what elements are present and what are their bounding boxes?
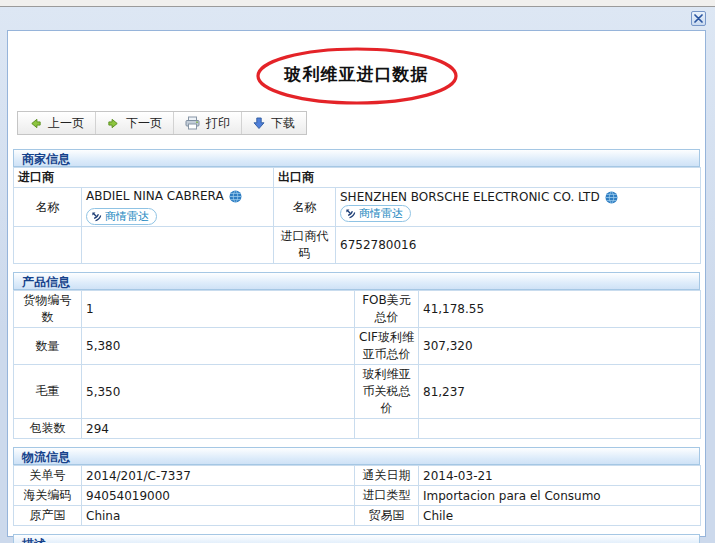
page-background-strip (0, 0, 715, 7)
table-row: 海关编码 94054019000 进口类型 Importacion para e… (14, 486, 701, 506)
logistics-section-header: 物流信息 (13, 447, 700, 465)
globe-icon[interactable] (605, 191, 618, 204)
print-button[interactable]: 打印 (174, 112, 242, 134)
field-label: 关单号 (14, 466, 82, 486)
importer-code-label: 进口商代码 (274, 227, 336, 264)
next-page-button[interactable]: 下一页 (96, 112, 174, 134)
field-label: 玻利维亚币关税总价 (355, 365, 419, 419)
field-label: 货物编号数 (14, 291, 82, 328)
print-label: 打印 (206, 115, 230, 132)
table-row: 包装数 294 (14, 419, 701, 439)
field-value: 2014-03-21 (419, 466, 701, 486)
field-value: 2014/201/C-7337 (82, 466, 355, 486)
close-button[interactable] (691, 11, 706, 26)
product-section-header: 产品信息 (13, 272, 700, 290)
description-section: 描述 产品描述 PANELES DE LUZ LED (13, 534, 700, 543)
download-label: 下载 (271, 115, 295, 132)
title-area: 玻利维亚进口数据 (8, 31, 705, 107)
field-value: 294 (82, 419, 355, 439)
prev-page-label: 上一页 (48, 115, 84, 132)
dialog-header (0, 7, 715, 30)
field-value: Chile (419, 506, 701, 526)
field-value: 307,320 (419, 328, 701, 365)
field-label: 数量 (14, 328, 82, 365)
dialog-content-panel: 玻利维亚进口数据 上一页 下一页 (7, 30, 706, 537)
field-value: 94054019000 (82, 486, 355, 506)
arrow-down-icon (253, 117, 265, 130)
radar-icon (91, 211, 102, 222)
field-value: 41,178.55 (419, 291, 701, 328)
merchant-name-row: 名称 ABDIEL NINA CABRERA (14, 188, 701, 227)
product-table: 货物编号数 1 FOB美元总价 41,178.55 数量 5,380 CIF玻利… (13, 290, 701, 439)
merchant-section: 商家信息 进口商 出口商 名称 ABDIEL NINA CABRERA (13, 149, 700, 264)
field-label: 原产国 (14, 506, 82, 526)
arrow-right-icon (107, 117, 120, 130)
exporter-header: 出口商 (274, 168, 701, 188)
exporter-name: SHENZHEN BORSCHE ELECTRONIC CO. LTD (340, 190, 600, 204)
download-button[interactable]: 下载 (242, 112, 306, 134)
field-label: 通关日期 (355, 466, 419, 486)
import-data-dialog: 玻利维亚进口数据 上一页 下一页 (0, 7, 715, 543)
importer-code-value: 6752780016 (336, 227, 701, 264)
merchant-table: 进口商 出口商 名称 ABDIEL NINA CABRERA (13, 167, 701, 264)
description-section-header: 描述 (13, 534, 700, 543)
importer-name-label: 名称 (14, 188, 82, 227)
table-row: 数量 5,380 CIF玻利维亚币总价 307,320 (14, 328, 701, 365)
field-value: 81,237 (419, 365, 701, 419)
globe-icon[interactable] (229, 190, 242, 203)
field-value: 5,350 (82, 365, 355, 419)
field-label: FOB美元总价 (355, 291, 419, 328)
field-label: 进口类型 (355, 486, 419, 506)
logistics-section: 物流信息 关单号 2014/201/C-7337 通关日期 2014-03-21… (13, 447, 700, 526)
toolbar: 上一页 下一页 打印 (17, 111, 307, 135)
next-page-label: 下一页 (126, 115, 162, 132)
product-section: 产品信息 货物编号数 1 FOB美元总价 41,178.55 数量 5,380 … (13, 272, 700, 439)
radar-badge-importer[interactable]: 商情雷达 (86, 208, 157, 225)
field-label: CIF玻利维亚币总价 (355, 328, 419, 365)
radar-badge-label: 商情雷达 (359, 206, 403, 221)
printer-icon (185, 116, 200, 130)
field-value (419, 419, 701, 439)
field-label: 包装数 (14, 419, 82, 439)
table-row: 货物编号数 1 FOB美元总价 41,178.55 (14, 291, 701, 328)
merchant-subheader-row: 进口商 出口商 (14, 168, 701, 188)
arrow-left-icon (29, 117, 42, 130)
page-title: 玻利维亚进口数据 (8, 63, 705, 86)
field-value: 5,380 (82, 328, 355, 365)
radar-badge-label: 商情雷达 (105, 209, 149, 224)
field-value: Importacion para el Consumo (419, 486, 701, 506)
close-icon (694, 14, 703, 23)
field-label: 海关编码 (14, 486, 82, 506)
field-value: China (82, 506, 355, 526)
merchant-code-row: 进口商代码 6752780016 (14, 227, 701, 264)
importer-header: 进口商 (14, 168, 274, 188)
field-label: 毛重 (14, 365, 82, 419)
logistics-table: 关单号 2014/201/C-7337 通关日期 2014-03-21 海关编码… (13, 465, 701, 526)
radar-badge-exporter[interactable]: 商情雷达 (340, 205, 411, 222)
prev-page-button[interactable]: 上一页 (18, 112, 96, 134)
field-label (355, 419, 419, 439)
merchant-section-header: 商家信息 (13, 149, 700, 167)
table-row: 原产国 China 贸易国 Chile (14, 506, 701, 526)
field-label: 贸易国 (355, 506, 419, 526)
exporter-name-label: 名称 (274, 188, 336, 227)
field-value: 1 (82, 291, 355, 328)
table-row: 关单号 2014/201/C-7337 通关日期 2014-03-21 (14, 466, 701, 486)
radar-icon (345, 208, 356, 219)
importer-name: ABDIEL NINA CABRERA (86, 189, 224, 203)
table-row: 毛重 5,350 玻利维亚币关税总价 81,237 (14, 365, 701, 419)
